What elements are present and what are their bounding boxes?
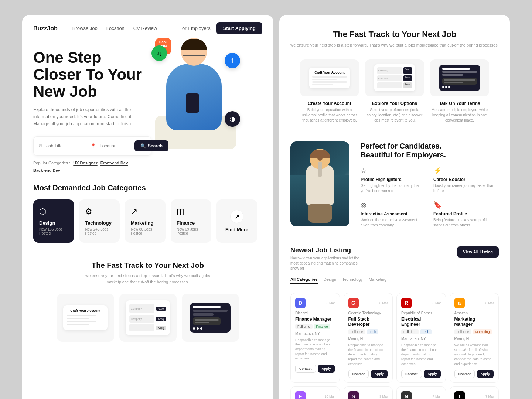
find-more-card[interactable]: ↗ Find More: [216, 200, 257, 243]
jobs-grid: D 8 Mar Discord Finance Manager Full-tim…: [290, 293, 499, 399]
nav-browse-job[interactable]: Browse Job: [72, 25, 98, 31]
job-location: Miami, FL: [348, 337, 388, 341]
person-collar: [318, 162, 322, 177]
contact-button[interactable]: Contact: [295, 365, 316, 373]
ft-step-name-3: Talk On Your Terms: [430, 101, 489, 106]
ft-step-img-2: Company Apply Company Apply Apply: [365, 59, 424, 96]
ft-line-4: [67, 324, 89, 325]
perfect-image: [290, 141, 349, 226]
search-button[interactable]: 🔍 Search: [134, 140, 168, 151]
apply-button[interactable]: Apply: [477, 370, 494, 378]
dot-2: [197, 327, 199, 330]
category-finance[interactable]: ◫ Finance New 69 Jobs Posted: [171, 200, 211, 243]
job-tag: Full-time: [295, 324, 313, 329]
ft-card-1: Craft Your Account: [57, 294, 114, 342]
step1-line-4: [312, 84, 333, 85]
feature-desc-1: Get highlighted by the company that you'…: [361, 183, 426, 194]
ft-card-inner-2: Company Apply Company Apply Apply: [126, 300, 170, 335]
feature-interactive-assessment: ◎ Interactive Assesment Work on the inte…: [361, 201, 426, 228]
contact-button[interactable]: Contact: [454, 370, 475, 378]
filter-tabs: All Categories Design Technology Marketi…: [290, 277, 499, 287]
fast-track-steps: Craft Your Account Create Your Account B…: [290, 59, 499, 123]
company-info: G: [348, 298, 359, 308]
person-pants: [308, 204, 332, 223]
ft-card-title-1: Craft Your Account: [67, 309, 104, 313]
newest-section: Newest Job Listing Narrow down your appl…: [290, 246, 499, 399]
nav-links: Browse Job Location CV Review: [72, 25, 168, 31]
facebook-icon: f: [225, 53, 240, 68]
newest-header: Newest Job Listing Narrow down your appl…: [290, 246, 499, 271]
search-icon: 🔍: [140, 143, 146, 149]
view-all-button[interactable]: View All Listing: [457, 246, 499, 258]
apply-button[interactable]: Apply: [424, 370, 441, 378]
location-input[interactable]: [100, 143, 129, 149]
job-actions: Contact Apply: [401, 370, 441, 378]
job-tag: Marketing: [473, 329, 492, 334]
apply-button[interactable]: Apply: [371, 370, 388, 378]
left-panel: BuzzJob Browse Job Location CV Review Fo…: [22, 15, 273, 399]
contact-button[interactable]: Contact: [401, 370, 422, 378]
tech-name: Technology: [85, 220, 114, 226]
company-info: F: [295, 391, 306, 399]
perfect-content: Perfect for Candidates.Beautiful for Emp…: [361, 141, 499, 228]
job-card-header: a 8 Mar: [454, 298, 494, 308]
popular-backend[interactable]: Back-end Dev: [33, 168, 60, 173]
start-applying-button[interactable]: Start Applying: [216, 22, 262, 34]
cc-dots: [442, 86, 477, 88]
nav-employers[interactable]: For Employers: [179, 25, 211, 31]
nav-cv-review[interactable]: CV Review: [133, 25, 157, 31]
job-title: Full Stack Developer: [348, 317, 388, 327]
job-card-header: G 8 Mar: [348, 298, 388, 308]
ft-step-text-1: Build your reputation with a universal p…: [300, 108, 359, 123]
search-job-icon: ✉: [39, 143, 42, 149]
job-description: Responsible to manage the finance in one…: [295, 338, 335, 361]
newest-header-left: Newest Job Listing Narrow down your appl…: [290, 246, 364, 271]
category-technology[interactable]: ⚙ Technology New 243 Jobs Posted: [79, 200, 120, 243]
step1-line-3: [312, 81, 347, 83]
job-title: Finance Manager: [295, 317, 335, 322]
ft-step-img-1: Craft Your Account: [300, 59, 359, 96]
find-more-arrow-icon: ↗: [230, 210, 243, 223]
popular-ux[interactable]: UX Designer: [73, 161, 97, 165]
job-tag: Full-time: [454, 329, 472, 334]
apply-button[interactable]: Apply: [318, 365, 335, 373]
feature-name-1: Profile Highlighters: [361, 177, 426, 182]
job-tags: Full-timeMarketing: [454, 329, 494, 334]
tab-technology[interactable]: Technology: [342, 277, 363, 284]
chat-card-3: [439, 65, 480, 91]
job-card-4: F 10 Mar Figma Finance Manager Full-time…: [290, 386, 340, 399]
ft-step-3: Talk On Your Terms Message multiple empl…: [430, 59, 489, 123]
ft-card-inner-1: Craft Your Account: [63, 305, 108, 330]
job-title-input[interactable]: [46, 143, 83, 149]
feature-name-4: Featured Profile: [433, 211, 499, 216]
category-marketing[interactable]: ↗ Marketing New 86 Jobs Posted: [125, 200, 166, 243]
feature-desc-4: Being featured makes your profile stands…: [433, 218, 499, 228]
tab-all-categories[interactable]: All Categories: [290, 277, 318, 284]
job-tags: Full-timeTech: [401, 329, 441, 334]
ft-step-1: Craft Your Account Create Your Account B…: [300, 59, 359, 123]
tab-design[interactable]: Design: [324, 277, 336, 284]
moon-icon: ◑: [225, 111, 240, 127]
tab-marketing[interactable]: Marketing: [369, 277, 386, 284]
job-tag: Full-time: [401, 329, 419, 334]
cc-inner-2: [444, 82, 463, 83]
ft-line-2: [67, 318, 89, 319]
hair: [181, 39, 207, 50]
job-card-3: a 8 Mar Amazon Marketing Manager Full-ti…: [450, 293, 499, 383]
cc-line-1: [442, 68, 470, 70]
finance-count: New 69 Jobs Posted: [177, 227, 205, 235]
feature-career-booster: ⚡ Career Booster Boost your career journ…: [433, 167, 499, 194]
popular-frontend[interactable]: Front-end Dev: [100, 161, 128, 165]
company-logo: D: [295, 298, 306, 308]
category-design[interactable]: ⬡ Design New 186 Jobs Posted: [33, 200, 74, 243]
job-card-7: T 7 Mar TikTok Marketing Campaign Full-t…: [450, 386, 499, 399]
job-date: 8 Mar: [485, 301, 494, 305]
contact-button[interactable]: Contact: [348, 370, 369, 378]
bookmark-icon: 🔖: [433, 201, 499, 209]
job-location: Manhattan, NY: [401, 337, 441, 341]
job-actions: Contact Apply: [454, 370, 494, 378]
logo: BuzzJob: [33, 25, 58, 32]
fast-track-cards: Craft Your Account Company Apply: [33, 294, 262, 342]
job-card-header: R 8 Mar: [401, 298, 441, 308]
nav-location[interactable]: Location: [106, 25, 125, 31]
